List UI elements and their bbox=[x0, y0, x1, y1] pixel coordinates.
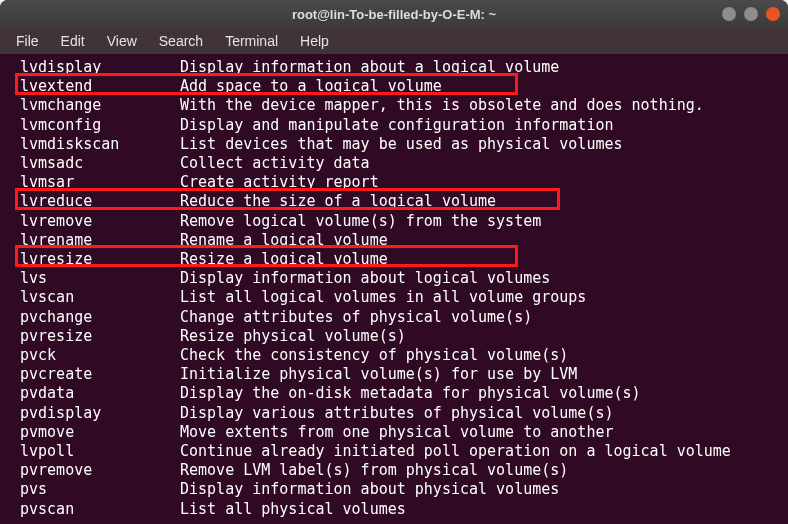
terminal-window: root@lin-To-be-filled-by-O-E-M: ~ File E… bbox=[0, 0, 788, 524]
command-description: Rename a logical volume bbox=[180, 231, 388, 249]
terminal-line: lvmsadcCollect activity data bbox=[0, 154, 788, 173]
command-description: Resize a logical volume bbox=[180, 250, 388, 268]
menu-search[interactable]: Search bbox=[149, 30, 213, 52]
terminal-line: lvresizeResize a logical volume bbox=[0, 250, 788, 269]
command-description: Display the on-disk metadata for physica… bbox=[180, 384, 641, 402]
command-name: pvresize bbox=[20, 327, 180, 346]
command-description: Display information about a logical volu… bbox=[180, 58, 559, 76]
command-description: Initialize physical volume(s) for use by… bbox=[180, 365, 577, 383]
terminal-line: lvdisplayDisplay information about a log… bbox=[0, 58, 788, 77]
window-controls bbox=[722, 7, 780, 21]
command-name: pvchange bbox=[20, 308, 180, 327]
terminal-line: lvsDisplay information about logical vol… bbox=[0, 269, 788, 288]
terminal-line: pvremoveRemove LVM label(s) from physica… bbox=[0, 461, 788, 480]
command-description: Reduce the size of a logical volume bbox=[180, 192, 496, 210]
command-name: lvmsadc bbox=[20, 154, 180, 173]
command-name: pvmove bbox=[20, 423, 180, 442]
command-name: lvscan bbox=[20, 288, 180, 307]
command-name: lvremove bbox=[20, 212, 180, 231]
command-name: pvremove bbox=[20, 461, 180, 480]
command-description: List devices that may be used as physica… bbox=[180, 135, 623, 153]
command-description: Continue already initiated poll operatio… bbox=[180, 442, 731, 460]
command-description: Resize physical volume(s) bbox=[180, 327, 406, 345]
window-title: root@lin-To-be-filled-by-O-E-M: ~ bbox=[292, 7, 496, 22]
command-name: lvresize bbox=[20, 250, 180, 269]
command-name: pvs bbox=[20, 480, 180, 499]
close-button[interactable] bbox=[766, 7, 780, 21]
command-description: Display information about logical volume… bbox=[180, 269, 550, 287]
terminal-line: lvmsarCreate activity report bbox=[0, 173, 788, 192]
maximize-button[interactable] bbox=[744, 7, 758, 21]
command-name: pvscan bbox=[20, 500, 180, 519]
command-description: Remove logical volume(s) from the system bbox=[180, 212, 541, 230]
terminal-content[interactable]: lvdisplayDisplay information about a log… bbox=[0, 54, 788, 524]
command-description: Create activity report bbox=[180, 173, 379, 191]
command-description: Add space to a logical volume bbox=[180, 77, 442, 95]
terminal-line: lvextendAdd space to a logical volume bbox=[0, 77, 788, 96]
command-name: lvmsar bbox=[20, 173, 180, 192]
terminal-line: pvmoveMove extents from one physical vol… bbox=[0, 423, 788, 442]
menu-edit[interactable]: Edit bbox=[51, 30, 95, 52]
command-description: Check the consistency of physical volume… bbox=[180, 346, 568, 364]
terminal-line: pvdisplayDisplay various attributes of p… bbox=[0, 404, 788, 423]
terminal-line: lvmdiskscanList devices that may be used… bbox=[0, 135, 788, 154]
command-description: List all logical volumes in all volume g… bbox=[180, 288, 586, 306]
menu-terminal[interactable]: Terminal bbox=[215, 30, 288, 52]
terminal-line: pvscanList all physical volumes bbox=[0, 500, 788, 519]
menubar: File Edit View Search Terminal Help bbox=[0, 28, 788, 54]
command-name: pvdisplay bbox=[20, 404, 180, 423]
command-name: pvdata bbox=[20, 384, 180, 403]
terminal-line: lvmconfigDisplay and manipulate configur… bbox=[0, 116, 788, 135]
terminal-line: pvckCheck the consistency of physical vo… bbox=[0, 346, 788, 365]
terminal-line: lvmchangeWith the device mapper, this is… bbox=[0, 96, 788, 115]
command-name: lvmconfig bbox=[20, 116, 180, 135]
terminal-line: pvchangeChange attributes of physical vo… bbox=[0, 308, 788, 327]
command-description: Display and manipulate configuration inf… bbox=[180, 116, 613, 134]
command-description: With the device mapper, this is obsolete… bbox=[180, 96, 704, 114]
command-name: pvck bbox=[20, 346, 180, 365]
minimize-button[interactable] bbox=[722, 7, 736, 21]
command-name: lvrename bbox=[20, 231, 180, 250]
terminal-line: lvpollContinue already initiated poll op… bbox=[0, 442, 788, 461]
command-name: lvmchange bbox=[20, 96, 180, 115]
command-description: Collect activity data bbox=[180, 154, 370, 172]
command-name: lvextend bbox=[20, 77, 180, 96]
command-description: Display information about physical volum… bbox=[180, 480, 559, 498]
command-description: Move extents from one physical volume to… bbox=[180, 423, 613, 441]
terminal-line: pvdataDisplay the on-disk metadata for p… bbox=[0, 384, 788, 403]
command-description: Remove LVM label(s) from physical volume… bbox=[180, 461, 568, 479]
menu-view[interactable]: View bbox=[97, 30, 147, 52]
command-description: Display various attributes of physical v… bbox=[180, 404, 613, 422]
command-description: List all physical volumes bbox=[180, 500, 406, 518]
command-name: pvcreate bbox=[20, 365, 180, 384]
command-name: lvs bbox=[20, 269, 180, 288]
terminal-line: pvcreateInitialize physical volume(s) fo… bbox=[0, 365, 788, 384]
menu-help[interactable]: Help bbox=[290, 30, 339, 52]
terminal-line: pvsDisplay information about physical vo… bbox=[0, 480, 788, 499]
command-name: lvmdiskscan bbox=[20, 135, 180, 154]
command-name: lvreduce bbox=[20, 192, 180, 211]
command-name: lvpoll bbox=[20, 442, 180, 461]
terminal-line: pvresizeResize physical volume(s) bbox=[0, 327, 788, 346]
terminal-line: lvreduceReduce the size of a logical vol… bbox=[0, 192, 788, 211]
menu-file[interactable]: File bbox=[6, 30, 49, 52]
terminal-line: lvscanList all logical volumes in all vo… bbox=[0, 288, 788, 307]
command-name: lvdisplay bbox=[20, 58, 180, 77]
terminal-line: lvremoveRemove logical volume(s) from th… bbox=[0, 212, 788, 231]
titlebar[interactable]: root@lin-To-be-filled-by-O-E-M: ~ bbox=[0, 0, 788, 28]
terminal-line: lvrenameRename a logical volume bbox=[0, 231, 788, 250]
command-description: Change attributes of physical volume(s) bbox=[180, 308, 532, 326]
